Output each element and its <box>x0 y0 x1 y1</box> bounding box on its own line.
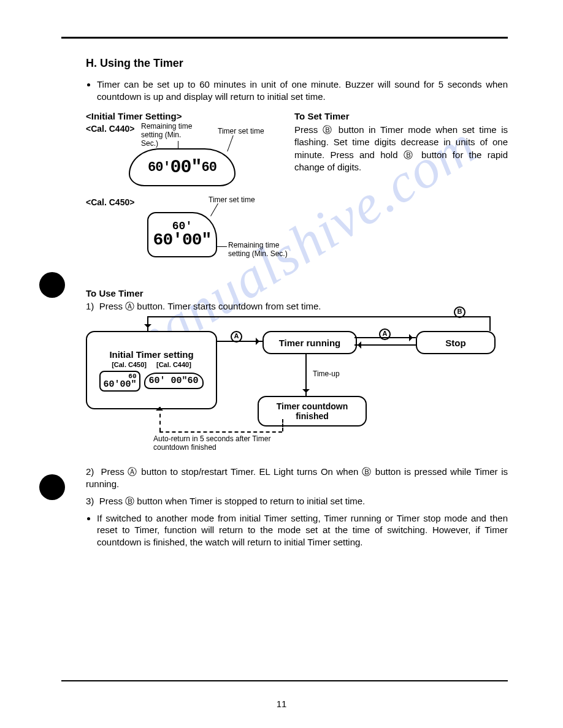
flow-box-finished: Timer countdown finished <box>258 396 367 427</box>
flow-cal-c440-label: [Cal. C440] <box>156 361 191 368</box>
to-set-timer-body: Press Ⓑ button in Timer mode when set ti… <box>294 124 508 173</box>
top-rule <box>61 37 508 39</box>
cal-c450-label: <Cal. C450> <box>86 197 134 207</box>
mini-lcd-c440: 60' 00"60 <box>144 373 204 389</box>
mini-c450-main: 60'00" <box>103 380 136 389</box>
page-number: 11 <box>0 699 563 709</box>
mini-c450-top: 60 <box>103 373 136 380</box>
step-2: Press Ⓐ button to stop/restart Timer. EL… <box>86 466 508 489</box>
bottom-rule <box>61 680 508 681</box>
timer-flowchart: B Initial Timer setting [Cal. C450] [Cal… <box>86 316 508 451</box>
flow-box-stop: Stop <box>416 331 496 354</box>
callout-remaining-c450: Remaining time setting (Min. Sec.) <box>228 241 289 259</box>
flow-initial-title: Initial Timer setting <box>109 349 193 360</box>
timeup-label: Time-up <box>313 370 340 379</box>
btn-a-label-2: A <box>379 328 391 340</box>
section-title: H. Using the Timer <box>86 57 508 70</box>
lcd-c450-display: 60' 60'00" <box>147 212 217 257</box>
flow-cal-c450-label: [Cal. C450] <box>112 361 147 368</box>
step-1: Press Ⓐ button. Timer starts countdown f… <box>99 301 321 311</box>
initial-setting-heading: <Initial Timer Setting> <box>86 111 276 121</box>
intro-bullet: Timer can be set up to 60 minutes in uni… <box>97 78 508 102</box>
cal-c440-label: <Cal. C440> <box>86 124 134 134</box>
to-set-timer-heading: To Set Timer <box>294 111 508 121</box>
lcd-c440-display: 60' 00" 60 <box>129 148 236 186</box>
c440-right-digits: 60 <box>202 160 216 175</box>
mini-lcd-c450: 60 60'00" <box>99 371 140 392</box>
note-bullet: If switched to another mode from initial… <box>97 512 508 548</box>
flow-box-initial: Initial Timer setting [Cal. C450] [Cal. … <box>86 331 217 409</box>
step-3: Press Ⓑ button when Timer is stopped to … <box>99 496 366 506</box>
flow-box-running: Timer running <box>262 331 357 354</box>
btn-b-label: B <box>454 306 465 318</box>
btn-a-label-1: A <box>231 331 242 343</box>
callout-settime-c450: Timer set time <box>209 196 255 205</box>
callout-settime-c440: Timer set time <box>218 127 264 136</box>
to-use-timer-heading: To Use Timer <box>86 288 508 298</box>
c440-left-digits: 60' <box>148 160 170 175</box>
auto-return-note: Auto-return in 5 seconds after Timer cou… <box>153 435 276 452</box>
callout-remaining-c440: Remaining time setting (Min. Sec.) <box>141 123 196 148</box>
c440-mid-digits: 00" <box>170 157 202 178</box>
c450-main-digits: 60'00" <box>153 232 212 249</box>
